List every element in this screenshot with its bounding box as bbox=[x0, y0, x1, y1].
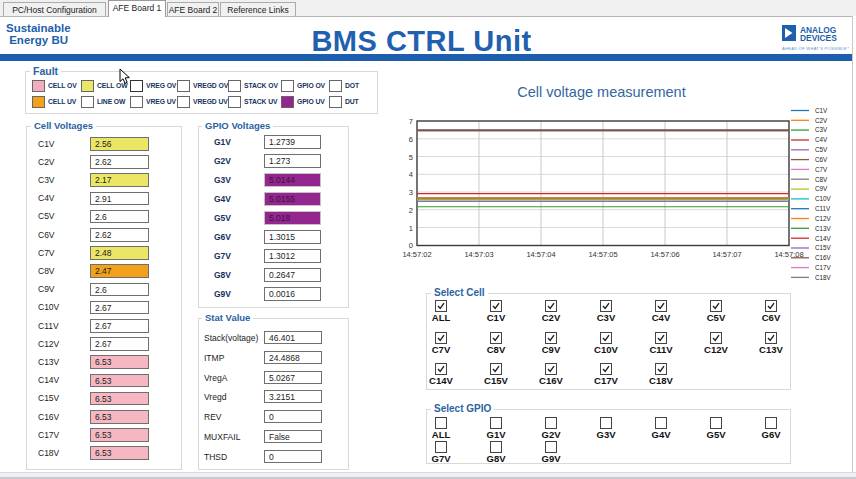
svg-text:C5V: C5V bbox=[815, 146, 828, 153]
svg-text:C3V: C3V bbox=[815, 126, 828, 133]
svg-text:C18V: C18V bbox=[815, 274, 832, 281]
svg-text:C13V: C13V bbox=[815, 225, 832, 232]
svg-text:C17V: C17V bbox=[815, 264, 832, 271]
svg-text:C2V: C2V bbox=[815, 117, 828, 124]
svg-text:C10V: C10V bbox=[815, 195, 832, 202]
svg-text:C9V: C9V bbox=[815, 185, 828, 192]
svg-text:C12V: C12V bbox=[815, 215, 832, 222]
svg-text:C1V: C1V bbox=[815, 107, 828, 114]
svg-text:C8V: C8V bbox=[815, 176, 828, 183]
svg-text:C7V: C7V bbox=[815, 166, 828, 173]
svg-text:C14V: C14V bbox=[815, 235, 832, 242]
svg-text:C6V: C6V bbox=[815, 156, 828, 163]
svg-text:C16V: C16V bbox=[815, 254, 832, 261]
svg-text:C4V: C4V bbox=[815, 136, 828, 143]
svg-text:C11V: C11V bbox=[815, 205, 831, 212]
svg-text:C15V: C15V bbox=[815, 244, 832, 251]
